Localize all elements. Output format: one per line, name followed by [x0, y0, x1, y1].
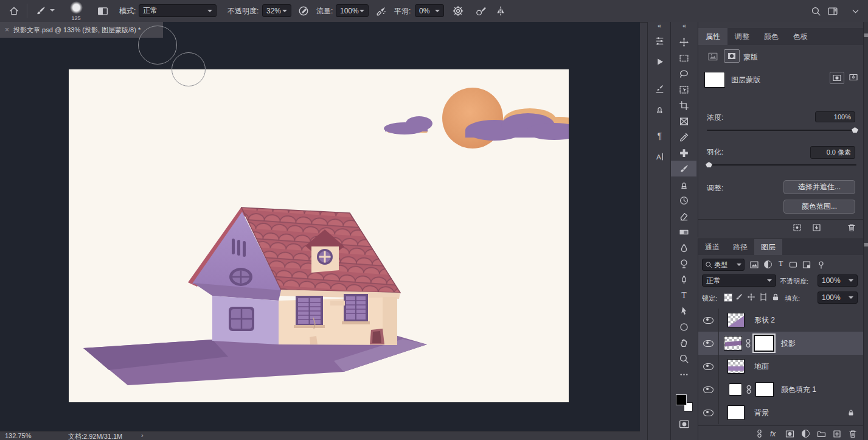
new-layer-icon[interactable]: [832, 429, 842, 439]
brush-preset-caret-icon[interactable]: [50, 9, 55, 12]
filter-image-icon[interactable]: [749, 260, 759, 270]
density-value[interactable]: 100%: [815, 111, 855, 122]
mask-badge-icon[interactable]: [830, 72, 844, 84]
visibility-eye-icon[interactable]: [703, 386, 713, 393]
layer-thumbnail[interactable]: [724, 336, 742, 351]
tab-properties[interactable]: 属性: [698, 28, 727, 45]
lock-image-icon[interactable]: [735, 293, 743, 301]
visibility-eye-icon[interactable]: [703, 340, 713, 347]
smoothing-select[interactable]: 0%: [415, 4, 444, 17]
tab-paths[interactable]: 路径: [726, 239, 754, 255]
tool-crop-icon[interactable]: [671, 97, 696, 113]
opacity-select[interactable]: 32%: [262, 4, 291, 17]
layers-opacity-select[interactable]: 100%: [818, 274, 858, 287]
panel-actions-icon[interactable]: [648, 52, 671, 71]
add-mask-icon[interactable]: [785, 429, 795, 439]
tool-marquee-icon[interactable]: [671, 50, 696, 66]
tool-path-select-icon[interactable]: [671, 303, 696, 319]
density-slider-handle[interactable]: [852, 127, 858, 133]
layer-thumbnail[interactable]: [727, 313, 745, 327]
layer-mask-thumbnail-selected[interactable]: [754, 335, 774, 351]
tab-adjustments[interactable]: 调整: [727, 28, 757, 45]
fill-select[interactable]: 100%: [818, 292, 858, 304]
brush-preview[interactable]: 125: [67, 1, 85, 21]
layer-row-shadow[interactable]: 投影: [698, 332, 863, 355]
layer-thumbnail[interactable]: [727, 359, 745, 374]
density-slider[interactable]: [707, 130, 856, 131]
layer-thumbnail[interactable]: [727, 405, 745, 420]
tool-lasso-icon[interactable]: [671, 66, 696, 82]
link-mask-icon[interactable]: [745, 384, 752, 395]
panel-character-icon[interactable]: A: [648, 147, 671, 166]
filter-shape-icon[interactable]: [788, 260, 798, 270]
zoom-level[interactable]: 132.75%: [5, 432, 31, 439]
color-range-button[interactable]: 颜色范围...: [783, 200, 855, 214]
fill-swatch-thumbnail[interactable]: [729, 383, 742, 396]
tool-pen-icon[interactable]: [671, 271, 696, 287]
layer-style-fx-icon[interactable]: fx: [770, 430, 776, 438]
pasteboard[interactable]: × 投影文章.psd @ 133% (投影, 图层蒙版/8) *: [0, 22, 640, 431]
layer-mask-thumbnail[interactable]: [704, 72, 725, 88]
tab-layers[interactable]: 图层: [754, 239, 782, 255]
feather-slider-handle[interactable]: [706, 162, 712, 167]
tool-frame-icon[interactable]: [671, 113, 696, 129]
flow-select[interactable]: 100%: [336, 4, 369, 17]
workspace-chevron-icon[interactable]: [850, 6, 861, 16]
tool-dodge-icon[interactable]: [671, 256, 696, 271]
collapse-dock-icon[interactable]: «: [648, 22, 671, 32]
delete-layer-trash-icon[interactable]: [848, 429, 858, 439]
pixel-mask-icon[interactable]: [707, 51, 719, 62]
vector-mask-badge-icon[interactable]: [848, 72, 859, 82]
filter-type-icon[interactable]: T: [779, 259, 783, 268]
apply-mask-icon[interactable]: [811, 223, 822, 232]
mask-selection-icon[interactable]: [792, 223, 802, 232]
layer-row-ground[interactable]: 地面: [698, 355, 863, 378]
link-layers-icon[interactable]: [755, 428, 763, 439]
home-icon[interactable]: [9, 5, 19, 16]
select-and-mask-button[interactable]: 选择并遮住...: [783, 180, 855, 194]
feather-value[interactable]: 0.0 像素: [810, 146, 855, 159]
tool-gradient-icon[interactable]: [671, 224, 696, 240]
add-adjustment-layer-icon[interactable]: [802, 430, 810, 438]
tool-zoom-icon[interactable]: [671, 351, 696, 366]
tool-type-icon[interactable]: T: [671, 287, 696, 303]
search-icon[interactable]: [811, 6, 821, 16]
filter-adjustment-icon[interactable]: [764, 260, 772, 268]
blend-mode-select[interactable]: 正常: [702, 274, 776, 287]
layer-row-background[interactable]: 背景: [698, 401, 863, 424]
tool-eraser-icon[interactable]: [671, 208, 696, 224]
new-group-folder-icon[interactable]: [816, 429, 827, 439]
tool-brush-icon[interactable]: [671, 161, 696, 176]
tool-blur-icon[interactable]: [671, 240, 696, 256]
layer-row-color-fill[interactable]: 颜色填充 1: [698, 378, 863, 401]
visibility-eye-icon[interactable]: [703, 363, 713, 370]
tool-more-icon[interactable]: [671, 366, 696, 382]
status-expand-icon[interactable]: ›: [141, 431, 144, 439]
tool-clone-stamp-icon[interactable]: [671, 176, 696, 192]
tool-hand-icon[interactable]: [671, 335, 696, 351]
tool-ellipse-icon[interactable]: [671, 319, 696, 335]
layer-row-shape2[interactable]: 形状 2: [698, 309, 863, 332]
tab-swatches[interactable]: 色板: [786, 28, 815, 45]
airbrush-icon[interactable]: [376, 5, 387, 16]
canvas[interactable]: [69, 69, 569, 402]
document-tab[interactable]: × 投影文章.psd @ 133% (投影, 图层蒙版/8) *: [0, 22, 163, 38]
tool-eyedropper-icon[interactable]: [671, 129, 696, 145]
filter-smart-object-icon[interactable]: [802, 260, 811, 270]
lock-position-icon[interactable]: [747, 293, 755, 301]
foreground-color-swatch[interactable]: [676, 394, 687, 405]
mask-mode-toggle-icon[interactable]: [97, 5, 108, 16]
panel-clone-source-icon[interactable]: [648, 100, 671, 118]
panel-brush-settings-icon[interactable]: [648, 79, 671, 97]
close-icon[interactable]: ×: [5, 26, 9, 34]
feather-slider[interactable]: [707, 164, 856, 166]
visibility-eye-icon[interactable]: [703, 410, 713, 416]
filter-kind-select[interactable]: 类型: [702, 259, 745, 271]
tab-color[interactable]: 颜色: [757, 28, 786, 45]
quick-mask-icon[interactable]: [678, 419, 690, 430]
panel-libraries-icon[interactable]: [648, 32, 671, 50]
lock-all-icon[interactable]: [771, 293, 780, 301]
collapse-toolbar-icon[interactable]: «: [671, 22, 698, 32]
pressure-size-icon[interactable]: [476, 5, 487, 16]
lock-transparency-icon[interactable]: [724, 293, 732, 302]
